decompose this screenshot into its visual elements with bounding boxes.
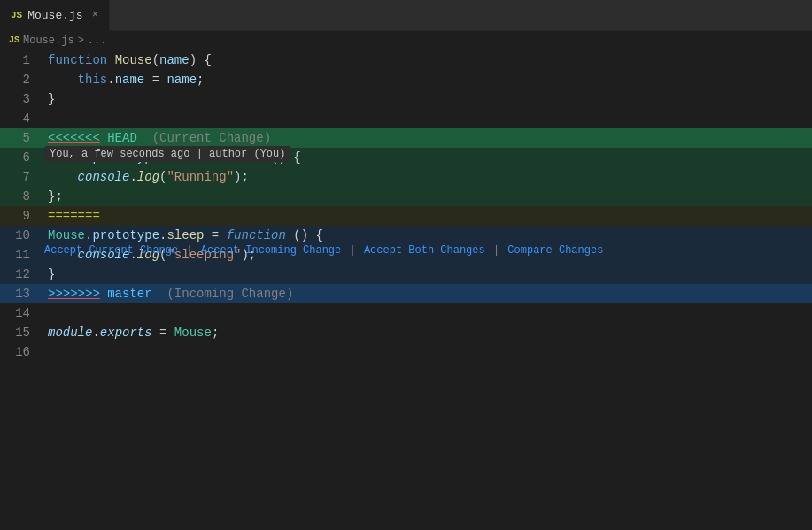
code-line-3: 3 }	[0, 89, 812, 109]
line-number-9: 9	[0, 206, 44, 226]
code-line-5: 5 <<<<<<< HEAD (Current Change)	[0, 128, 812, 148]
tab-mouse-js[interactable]: JS Mouse.js ×	[0, 0, 110, 31]
line-content-2[interactable]: this.name = name;	[44, 70, 812, 89]
sep1: |	[186, 244, 192, 257]
breadcrumb-js-icon: JS	[9, 35, 19, 45]
line-number-1: 1	[0, 50, 44, 70]
line-content-1[interactable]: function Mouse(name) {	[44, 50, 812, 70]
tab-bar: JS Mouse.js ×	[0, 0, 812, 31]
line-number-13: 13	[0, 284, 44, 303]
code-line-14: 14	[0, 303, 812, 323]
code-line-1: 1 function Mouse(name) {	[0, 50, 812, 70]
line-content-12[interactable]: }	[44, 265, 812, 284]
conflict-actions-bar: Accept Current Change | Accept Incoming …	[44, 242, 603, 259]
line-content-13[interactable]: >>>>>>> master (Incoming Change)	[44, 284, 812, 303]
line-number-4: 4	[0, 109, 44, 128]
line-number-7: 7	[0, 167, 44, 187]
editor: 1 function Mouse(name) { You, a few seco…	[0, 50, 812, 530]
line-number-10: 10	[0, 226, 44, 245]
tab-label: Mouse.js	[27, 9, 82, 22]
code-line-4: 4	[0, 109, 812, 128]
breadcrumb-trail: ...	[88, 35, 107, 47]
line-content-9[interactable]: =======	[44, 206, 812, 226]
line-number-14: 14	[0, 303, 44, 323]
breadcrumb-file: Mouse.js	[23, 35, 74, 47]
tab-close-button[interactable]: ×	[92, 9, 98, 21]
code-line-8: 8 };	[0, 187, 812, 206]
line-number-8: 8	[0, 187, 44, 206]
line-content-8[interactable]: };	[44, 187, 812, 206]
line-content-5[interactable]: <<<<<<< HEAD (Current Change)	[44, 128, 812, 148]
accept-current-change[interactable]: Accept Current Change	[44, 244, 178, 257]
code-line-2: 2 this.name = name;	[0, 70, 812, 89]
tab-js-icon: JS	[11, 10, 22, 20]
code-line-9: 9 =======	[0, 206, 812, 226]
code-line-13: 13 >>>>>>> master (Incoming Change)	[0, 284, 812, 303]
code-line-16: 16	[0, 342, 812, 362]
code-line-6: 6 Mouse.prototype.run = function() {	[0, 148, 812, 167]
line-number-16: 16	[0, 342, 44, 362]
line-number-5: 5	[0, 128, 44, 148]
line-content-4[interactable]	[44, 109, 812, 128]
line-content-15[interactable]: module.exports = Mouse;	[44, 323, 812, 342]
compare-changes[interactable]: Compare Changes	[507, 244, 603, 257]
code-line-7: 7 console.log("Running");	[0, 167, 812, 187]
code-line-12: 12 }	[0, 265, 812, 284]
code-line-15: 15 module.exports = Mouse;	[0, 323, 812, 342]
line-content-3[interactable]: }	[44, 89, 812, 109]
line-content-7[interactable]: console.log("Running");	[44, 167, 812, 187]
line-number-11: 11	[0, 245, 44, 265]
sep3: |	[493, 244, 499, 257]
accept-incoming-change[interactable]: Accept Incoming Change	[201, 244, 341, 257]
accept-both-changes[interactable]: Accept Both Changes	[364, 244, 485, 257]
line-number-6: 6	[0, 148, 44, 167]
line-number-15: 15	[0, 323, 44, 342]
line-number-2: 2	[0, 70, 44, 89]
breadcrumb: JS Mouse.js > ...	[0, 31, 812, 50]
line-content-14[interactable]	[44, 303, 812, 323]
breadcrumb-separator: >	[78, 35, 84, 47]
line-content-16[interactable]	[44, 342, 812, 362]
sep2: |	[349, 244, 355, 257]
line-content-6[interactable]: Mouse.prototype.run = function() {	[44, 148, 812, 167]
line-number-3: 3	[0, 89, 44, 109]
line-number-12: 12	[0, 265, 44, 284]
